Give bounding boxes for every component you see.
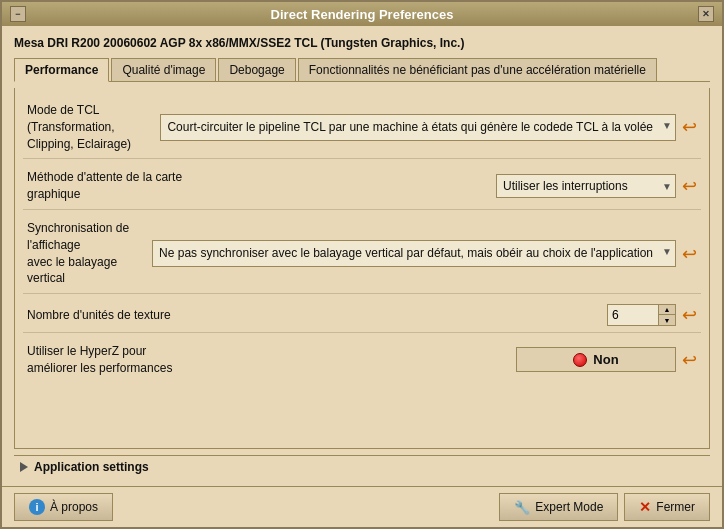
setting-control-sync: Ne pas synchroniser avec le balayage ver… — [152, 240, 697, 267]
expand-icon — [20, 462, 28, 472]
window-title: Direct Rendering Preferences — [26, 7, 698, 22]
expert-mode-label: Expert Mode — [535, 500, 603, 514]
main-window: − Direct Rendering Preferences ✕ Mesa DR… — [0, 0, 724, 529]
fermer-label: Fermer — [656, 500, 695, 514]
setting-row-sync: Synchronisation de l'affichageavec le ba… — [23, 214, 701, 294]
setting-control-hyperz: Non ↩ — [516, 347, 697, 372]
tab-debogage[interactable]: Debogage — [218, 58, 295, 81]
apropos-label: À propos — [50, 500, 98, 514]
sync-select[interactable]: Ne pas synchroniser avec le balayage ver… — [152, 240, 676, 267]
setting-label-texture: Nombre d'unités de texture — [27, 307, 607, 324]
setting-control-texture: ▲ ▼ ↩ — [607, 304, 697, 326]
title-bar: − Direct Rendering Preferences ✕ — [2, 2, 722, 26]
setting-control-tcl: Court-circuiter le pipeline TCL par une … — [160, 114, 697, 141]
app-settings-label: Application settings — [34, 460, 149, 474]
minimize-button[interactable]: − — [10, 6, 26, 22]
expert-mode-button[interactable]: 🔧 Expert Mode — [499, 493, 618, 521]
fermer-close-icon: ✕ — [639, 499, 651, 515]
tcl-select-wrapper: Court-circuiter le pipeline TCL par une … — [160, 114, 676, 141]
tab-performance[interactable]: Performance — [14, 58, 109, 82]
tab-qualite[interactable]: Qualité d'image — [111, 58, 216, 81]
texture-decrement-button[interactable]: ▼ — [659, 315, 675, 325]
attente-select-wrapper: Utiliser les interruptions — [496, 174, 676, 198]
bottom-right-buttons: 🔧 Expert Mode ✕ Fermer — [499, 493, 710, 521]
setting-label-sync: Synchronisation de l'affichageavec le ba… — [27, 220, 152, 287]
setting-control-attente: Utiliser les interruptions ↩ — [496, 174, 697, 198]
sync-reset-button[interactable]: ↩ — [682, 243, 697, 265]
setting-label-hyperz: Utiliser le HyperZ pouraméliorer les per… — [27, 343, 516, 377]
hyperz-reset-button[interactable]: ↩ — [682, 349, 697, 371]
hyperz-toggle-label: Non — [593, 352, 618, 367]
system-info: Mesa DRI R200 20060602 AGP 8x x86/MMX/SS… — [14, 34, 710, 52]
expert-icon: 🔧 — [514, 500, 530, 515]
texture-input[interactable] — [608, 305, 658, 325]
tab-content-performance: Mode de TCL (Transformation,Clipping, Ec… — [14, 88, 710, 449]
setting-row-attente: Méthode d'attente de la cartegraphique U… — [23, 163, 701, 210]
texture-reset-button[interactable]: ↩ — [682, 304, 697, 326]
toggle-dot-icon — [573, 353, 587, 367]
window-content: Mesa DRI R200 20060602 AGP 8x x86/MMX/SS… — [2, 26, 722, 486]
setting-row-hyperz: Utiliser le HyperZ pouraméliorer les per… — [23, 337, 701, 383]
setting-row-texture: Nombre d'unités de texture ▲ ▼ ↩ — [23, 298, 701, 333]
tcl-select[interactable]: Court-circuiter le pipeline TCL par une … — [160, 114, 676, 141]
bottom-left-buttons: i À propos — [14, 493, 113, 521]
tab-bar: Performance Qualité d'image Debogage Fon… — [14, 58, 710, 82]
bottom-bar: i À propos 🔧 Expert Mode ✕ Fermer — [2, 486, 722, 527]
texture-increment-button[interactable]: ▲ — [659, 305, 675, 315]
tcl-reset-button[interactable]: ↩ — [682, 116, 697, 138]
setting-row-tcl: Mode de TCL (Transformation,Clipping, Ec… — [23, 96, 701, 159]
attente-select[interactable]: Utiliser les interruptions — [496, 174, 676, 198]
info-icon: i — [29, 499, 45, 515]
setting-label-attente: Méthode d'attente de la cartegraphique — [27, 169, 496, 203]
close-button[interactable]: ✕ — [698, 6, 714, 22]
texture-spinbox: ▲ ▼ — [607, 304, 676, 326]
fermer-button[interactable]: ✕ Fermer — [624, 493, 710, 521]
tab-fonctionnalites[interactable]: Fonctionnalités ne bénéficiant pas d'une… — [298, 58, 657, 81]
texture-spinbox-buttons: ▲ ▼ — [658, 305, 675, 325]
apropos-button[interactable]: i À propos — [14, 493, 113, 521]
sync-select-wrapper: Ne pas synchroniser avec le balayage ver… — [152, 240, 676, 267]
app-settings-bar[interactable]: Application settings — [14, 455, 710, 478]
attente-reset-button[interactable]: ↩ — [682, 175, 697, 197]
setting-label-tcl: Mode de TCL (Transformation,Clipping, Ec… — [27, 102, 160, 152]
hyperz-toggle-button[interactable]: Non — [516, 347, 676, 372]
